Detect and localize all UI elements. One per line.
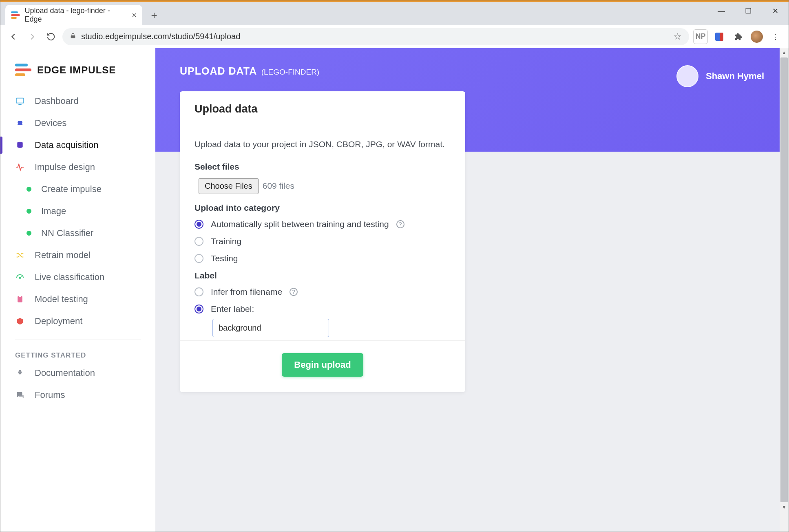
sidebar-item-deployment[interactable]: Deployment (0, 310, 155, 332)
sidebar-item-label: Devices (35, 118, 66, 128)
new-tab-button[interactable]: + (146, 7, 163, 24)
radio-training[interactable]: Training (194, 236, 451, 246)
close-tab-icon[interactable]: × (132, 11, 137, 20)
clipboard-icon (15, 294, 25, 304)
forward-button[interactable] (25, 29, 40, 44)
category-label: Upload into category (194, 203, 451, 213)
radio-label: Infer from filename (211, 287, 282, 297)
user-name: Shawn Hymel (706, 71, 764, 82)
file-count-status: 609 files (263, 181, 294, 191)
sidebar-item-label: Documentation (35, 368, 95, 378)
sidebar-item-label: Create impulse (41, 184, 102, 194)
sidebar-item-live-classification[interactable]: Live classification (0, 266, 155, 288)
sidebar-item-dashboard[interactable]: Dashboard (0, 90, 155, 112)
svg-rect-3 (18, 121, 22, 125)
choose-files-button[interactable]: Choose Files (199, 178, 259, 194)
radio-label: Enter label: (211, 304, 254, 314)
scroll-thumb[interactable] (780, 57, 788, 502)
svg-rect-1 (720, 33, 723, 41)
chip-icon (15, 118, 25, 128)
sidebar-item-model-testing[interactable]: Model testing (0, 288, 155, 310)
browser-toolbar: studio.edgeimpulse.com/studio/5941/uploa… (0, 25, 789, 48)
gauge-icon (15, 272, 25, 282)
scroll-down-icon[interactable]: ▼ (780, 503, 789, 512)
radio-icon (194, 305, 203, 313)
cube-icon (15, 316, 25, 326)
rocket-icon (15, 368, 25, 378)
bookmark-star-icon[interactable]: ☆ (674, 31, 682, 42)
sidebar-item-forums[interactable]: Forums (0, 384, 155, 406)
logo-text: EDGE IMPULSE (37, 64, 116, 76)
radio-label: Automatically split between training and… (211, 219, 389, 229)
window-minimize-button[interactable]: — (708, 2, 735, 20)
extensions-puzzle-icon[interactable] (731, 29, 745, 44)
radio-label: Testing (211, 254, 238, 263)
window-close-button[interactable]: ✕ (762, 2, 789, 20)
pulse-icon (15, 162, 25, 172)
select-files-label: Select files (194, 162, 451, 172)
sidebar: EDGE IMPULSE Dashboard Devices (0, 48, 155, 532)
url-text: studio.edgeimpulse.com/studio/5941/uploa… (81, 32, 240, 41)
sidebar-item-label: Image (41, 206, 66, 216)
sidebar-item-label: Dashboard (35, 96, 79, 106)
window-maximize-button[interactable]: ☐ (735, 2, 762, 20)
sidebar-item-impulse-design[interactable]: Impulse design (0, 156, 155, 178)
label-input[interactable] (212, 319, 329, 337)
svg-point-8 (20, 371, 21, 373)
browser-tab[interactable]: Upload data - lego-finder - Edge × (5, 5, 142, 25)
extension-ublock-icon[interactable] (712, 29, 727, 44)
radio-auto-split[interactable]: Automatically split between training and… (194, 219, 451, 229)
page-title-row: UPLOAD DATA (LEGO-FINDER) (180, 65, 319, 77)
profile-avatar-button[interactable] (749, 29, 764, 44)
sidebar-item-devices[interactable]: Devices (0, 112, 155, 134)
main-content: UPLOAD DATA (LEGO-FINDER) Shawn Hymel Up… (155, 48, 789, 532)
sidebar-item-data-acquisition[interactable]: Data acquisition (0, 134, 155, 156)
favicon-icon (11, 11, 20, 20)
dot-icon (27, 231, 31, 236)
back-button[interactable] (6, 29, 21, 44)
sidebar-item-label: Forums (35, 390, 65, 400)
sidebar-item-label: Deployment (35, 316, 82, 327)
sidebar-item-label: Retrain model (35, 250, 91, 260)
radio-testing[interactable]: Testing (194, 254, 451, 263)
sidebar-item-label: Impulse design (35, 162, 95, 172)
scroll-up-icon[interactable]: ▲ (780, 48, 789, 57)
user-menu[interactable]: Shawn Hymel (676, 65, 764, 87)
logo[interactable]: EDGE IMPULSE (0, 59, 155, 90)
project-name: (LEGO-FINDER) (261, 68, 320, 76)
sidebar-divider (15, 340, 141, 340)
help-icon[interactable]: ? (396, 220, 404, 228)
card-title: Upload data (180, 91, 465, 127)
sidebar-item-documentation[interactable]: Documentation (0, 362, 155, 384)
lock-icon (70, 33, 76, 41)
avatar (676, 65, 698, 87)
extension-np-icon[interactable]: NP (693, 29, 708, 44)
radio-enter-label[interactable]: Enter label: (194, 304, 451, 314)
card-description: Upload data to your project in JSON, CBO… (194, 138, 451, 151)
logo-icon (15, 64, 31, 76)
sidebar-item-create-impulse[interactable]: Create impulse (0, 178, 155, 200)
reload-button[interactable] (44, 29, 58, 44)
tab-title: Upload data - lego-finder - Edge (25, 7, 127, 24)
begin-upload-button[interactable]: Begin upload (282, 353, 363, 377)
page-title: UPLOAD DATA (180, 65, 257, 77)
sidebar-item-label: Live classification (35, 272, 104, 283)
vertical-scrollbar[interactable]: ▲ ▼ (780, 48, 789, 532)
sidebar-item-label: NN Classifier (41, 228, 93, 238)
database-icon (15, 140, 25, 150)
dot-icon (27, 187, 31, 192)
svg-rect-2 (16, 98, 24, 103)
radio-icon (194, 237, 203, 246)
monitor-icon (15, 96, 25, 106)
upload-card: Upload data Upload data to your project … (180, 91, 465, 392)
svg-rect-6 (18, 296, 22, 302)
sidebar-item-retrain-model[interactable]: Retrain model (0, 244, 155, 266)
sidebar-item-image[interactable]: Image (0, 200, 155, 222)
sidebar-item-nn-classifier[interactable]: NN Classifier (0, 222, 155, 244)
radio-icon (194, 220, 203, 229)
address-bar[interactable]: studio.edgeimpulse.com/studio/5941/uploa… (62, 28, 689, 45)
help-icon[interactable]: ? (290, 288, 298, 296)
browser-menu-button[interactable]: ⋮ (768, 29, 783, 44)
sidebar-section-label: GETTING STARTED (0, 347, 155, 362)
radio-infer-filename[interactable]: Infer from filename ? (194, 287, 451, 297)
